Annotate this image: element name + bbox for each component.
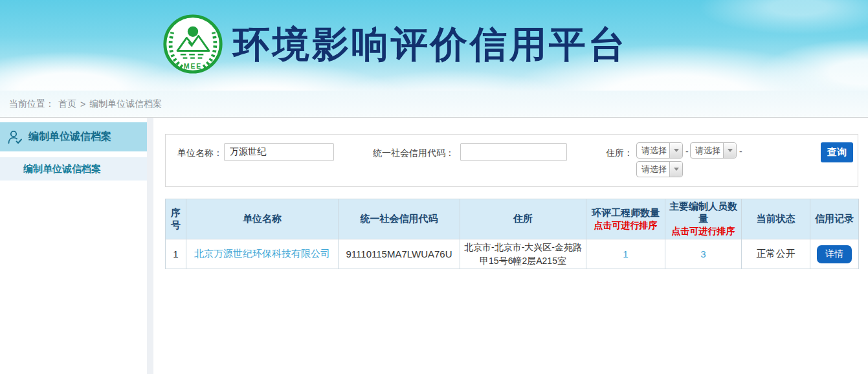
col-header-engineer-count-label: 环评工程师数量 — [592, 207, 660, 218]
main-content: 单位名称： 统一社会信用代码： 住所： 请选择 - 请选择 - 请选择 查询 — [165, 118, 858, 374]
company-name-input[interactable] — [224, 143, 334, 161]
residence-separator: - — [739, 146, 742, 157]
mee-logo-icon: MEE — [162, 13, 224, 75]
engineer-sort-hint[interactable]: 点击可进行排序 — [589, 220, 662, 232]
col-header-address: 住所 — [460, 199, 586, 239]
page: MEE 环境影响评价信用平台 当前位置： 首页 > 编制单位诚信档案 编制单位诚… — [0, 0, 868, 374]
page-title: 环境影响评价信用平台 — [233, 13, 628, 75]
site-header: MEE 环境影响评价信用平台 — [0, 0, 868, 91]
residence-province-select[interactable]: 请选择 — [636, 142, 683, 159]
sidebar-item-label: 编制单位诚信档案 — [28, 130, 111, 144]
breadcrumb-separator: > — [80, 99, 85, 109]
col-header-credit-code: 统一社会信用代码 — [339, 199, 460, 239]
residence-district-value: 请选择 — [637, 162, 669, 177]
col-header-credit-record: 信用记录 — [810, 199, 859, 239]
logo-text: MEE — [184, 62, 203, 70]
table-row: 1 北京万源世纪环保科技有限公司 91110115MA7LWUA76U 北京市-… — [166, 239, 859, 269]
residence-city-value: 请选择 — [691, 143, 723, 158]
breadcrumb: 当前位置： 首页 > 编制单位诚信档案 — [0, 91, 868, 118]
staff-sort-hint[interactable]: 点击可进行排序 — [668, 226, 739, 237]
row-status: 正常公开 — [742, 239, 810, 269]
company-name-label: 单位名称： — [177, 148, 223, 159]
sidebar-subitem-label: 编制单位诚信档案 — [23, 163, 101, 175]
engineer-count-link[interactable]: 1 — [623, 248, 628, 259]
breadcrumb-label: 当前位置： — [9, 98, 54, 110]
sidebar-subitem-credit-archive[interactable]: 编制单位诚信档案 — [0, 157, 147, 181]
col-header-status: 当前状态 — [742, 199, 810, 239]
col-header-staff-count[interactable]: 主要编制人员数量 点击可进行排序 — [665, 199, 742, 239]
credit-code-label: 统一社会信用代码： — [373, 148, 454, 159]
credit-code-input[interactable] — [460, 143, 567, 161]
row-index: 1 — [166, 239, 186, 269]
col-header-company: 单位名称 — [186, 199, 339, 239]
residence-city-select[interactable]: 请选择 — [690, 142, 737, 159]
results-table: 序号 单位名称 统一社会信用代码 住所 环评工程师数量 点击可进行排序 主要编制… — [165, 199, 859, 269]
staff-count-link[interactable]: 3 — [700, 248, 706, 259]
breadcrumb-home-link[interactable]: 首页 — [58, 98, 76, 110]
sidebar-item-credit-archive[interactable]: 编制单位诚信档案 — [0, 122, 147, 151]
chevron-down-icon[interactable] — [723, 143, 736, 158]
chevron-down-icon[interactable] — [669, 162, 682, 177]
search-button[interactable]: 查询 — [821, 142, 853, 162]
residence-label: 住所： — [606, 148, 633, 159]
col-header-index: 序号 — [166, 199, 186, 239]
detail-button[interactable]: 详情 — [817, 245, 852, 263]
col-header-staff-count-label: 主要编制人员数量 — [669, 201, 737, 224]
search-panel: 单位名称： 统一社会信用代码： 住所： 请选择 - 请选择 - 请选择 查询 — [165, 134, 858, 187]
sidebar-divider — [147, 118, 153, 374]
residence-district-select[interactable]: 请选择 — [636, 161, 683, 177]
breadcrumb-current: 编制单位诚信档案 — [89, 98, 162, 110]
person-check-icon — [6, 129, 23, 146]
company-name-link[interactable]: 北京万源世纪环保科技有限公司 — [194, 248, 330, 259]
row-credit-code: 91110115MA7LWUA76U — [339, 239, 460, 269]
chevron-down-icon[interactable] — [669, 143, 682, 158]
col-header-engineer-count[interactable]: 环评工程师数量 点击可进行排序 — [586, 199, 665, 239]
residence-separator: - — [685, 146, 689, 157]
table-header-row: 序号 单位名称 统一社会信用代码 住所 环评工程师数量 点击可进行排序 主要编制… — [166, 199, 859, 239]
header-brand: MEE 环境影响评价信用平台 — [162, 13, 628, 75]
residence-province-value: 请选择 — [637, 143, 669, 158]
row-address: 北京市-北京市-大兴区-金苑路甲15号6幢2层A215室 — [460, 239, 586, 269]
sidebar: 编制单位诚信档案 编制单位诚信档案 — [0, 118, 147, 374]
